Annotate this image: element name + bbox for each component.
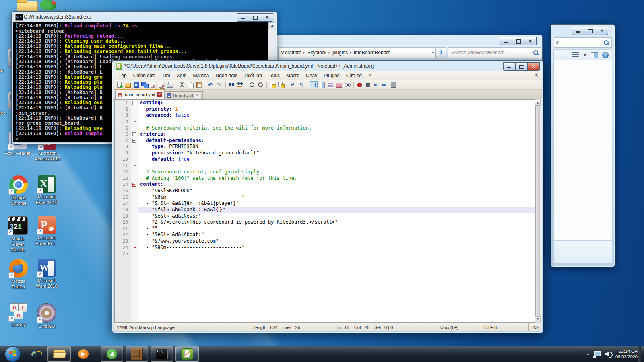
fold-collapse-icon[interactable] <box>131 100 138 106</box>
sync-v-icon[interactable] <box>269 81 277 88</box>
help-icon[interactable]: ? <box>602 52 609 58</box>
close-button[interactable]: × <box>528 62 540 71</box>
folder-workspace-icon[interactable] <box>335 81 343 88</box>
maximize-button[interactable] <box>516 62 528 71</box>
taskbar-button-coccoc-browser[interactable] <box>101 346 123 362</box>
editor-scrollbar[interactable]: ▲ ▼ <box>535 99 541 323</box>
cut-icon[interactable] <box>178 81 186 88</box>
breadcrumb-item[interactable]: v craftpro <box>280 50 303 56</box>
volume-icon[interactable] <box>604 350 612 358</box>
taskbar-button-command-prompt[interactable] <box>151 346 173 362</box>
editor-line-1[interactable]: 1setting: <box>115 100 535 106</box>
find-icon[interactable] <box>228 81 235 88</box>
minimize-button[interactable] <box>500 37 512 45</box>
menu-item[interactable]: Mã hóa <box>190 72 212 80</box>
menu-item[interactable]: Tools <box>265 72 283 80</box>
notepadpp-window[interactable]: *C:\Users\Admin\Downloads\Server1.8.8\pl… <box>112 60 543 333</box>
taskbar-button-internet-explorer[interactable] <box>29 347 42 361</box>
menu-item[interactable]: Tệp <box>115 72 130 80</box>
macro-record-icon[interactable] <box>356 81 363 88</box>
maximize-button[interactable] <box>249 13 261 22</box>
editor-line-22[interactable]: 22 - "&e&l» &d&lAbout:" <box>115 232 535 238</box>
editor-line-8[interactable]: 8 type: PERMISSION <box>115 144 535 150</box>
replace-icon[interactable] <box>236 81 244 88</box>
sync-h-icon[interactable] <box>277 81 285 88</box>
taskbar-button-windows-media-player[interactable] <box>76 347 90 361</box>
menu-item[interactable]: Xem <box>173 72 190 80</box>
breadcrumb-item[interactable]: InfoBoardReborn <box>353 50 392 56</box>
explorer-window-back[interactable]: × d ▼ ? <box>551 24 615 267</box>
menu-close-document[interactable]: X <box>535 71 538 79</box>
fold-collapse-icon[interactable] <box>131 138 138 144</box>
word-wrap-icon[interactable] <box>289 81 297 88</box>
menu-item[interactable]: Plugins <box>320 72 343 80</box>
desktop-icon-word[interactable]: ↗Microsoft Word 2010 <box>34 259 60 289</box>
show-desktop-button[interactable] <box>638 346 641 362</box>
editor-line-9[interactable]: 9 permission: "kiteboard.group.default" <box>115 150 535 156</box>
fold-collapse-icon[interactable] <box>131 131 138 138</box>
desktop-icon-chrome[interactable]: ↗Google Chrome <box>6 175 31 206</box>
doc-map-icon[interactable] <box>318 81 326 88</box>
minimize-button[interactable] <box>237 13 249 22</box>
editor-area[interactable]: 1setting:2 priority: 13 advanced: false4… <box>114 99 535 323</box>
editor-line-7[interactable]: 7 default-permissions: <box>115 138 535 144</box>
tab-close-icon[interactable]: × <box>157 92 162 97</box>
scroll-up-icon[interactable]: ▲ <box>268 22 275 29</box>
taskbar-button-minecraft[interactable] <box>126 346 148 362</box>
desktop-icon-ultraiso[interactable]: ↗UltraISO <box>34 303 60 329</box>
close-button[interactable]: × <box>524 37 537 45</box>
maximize-button[interactable] <box>512 37 524 45</box>
editor-line-20[interactable]: 20 - "2|&7<scroll>This scoreboard is pow… <box>115 219 535 226</box>
macro-run-icon[interactable] <box>381 81 389 88</box>
close-icon[interactable] <box>149 81 157 88</box>
editor-line-13[interactable]: 13 # Adding "100|" sets the refresh rate… <box>115 175 535 182</box>
undo-icon[interactable] <box>207 81 215 88</box>
editor-line-11[interactable]: 11 <box>115 162 535 169</box>
menu-item[interactable]: ? <box>365 72 374 80</box>
tab-Board.yml[interactable]: Board.yml× <box>165 91 203 99</box>
window-titlebar[interactable]: *C:\Users\Admin\Downloads\Server1.8.8\pl… <box>112 61 543 71</box>
desktop-icon-ppt[interactable]: ↗Microsoft PowerPoi... <box>34 216 60 246</box>
search-input[interactable]: Search InfoBoardReborn <box>448 47 541 58</box>
editor-line-17[interactable]: 17 - "&f&l⇔ &a&lŢên :&b&l{player}" <box>115 200 535 207</box>
zoom-out-icon[interactable] <box>257 81 264 88</box>
editor-line-15[interactable]: 15 - "&6&lSKYBLOCK" <box>115 188 535 194</box>
editor-line-16[interactable]: 16 - "&8&m--------------------------" <box>115 194 535 201</box>
monitor-icon[interactable] <box>344 81 351 88</box>
menu-item[interactable]: Ngôn ngữ <box>212 72 240 80</box>
menu-item[interactable]: Thiết lập <box>240 72 265 80</box>
editor-line-12[interactable]: 12 # Scoreboard content, configured simp… <box>115 169 535 175</box>
minimize-button[interactable] <box>503 62 516 71</box>
taskbar-clock[interactable]: 22:14 CH 08/03/2020 <box>615 348 638 360</box>
maximize-button[interactable] <box>584 27 596 35</box>
network-icon[interactable] <box>593 350 601 358</box>
minimize-button[interactable] <box>572 27 584 35</box>
desktop-icon-firefox[interactable]: ↗Mozilla Firefox <box>6 259 31 290</box>
save-all-icon[interactable] <box>141 81 149 88</box>
taskbar-button-windows-explorer[interactable] <box>47 346 71 362</box>
scroll-down-icon[interactable]: ▼ <box>535 316 541 322</box>
editor-line-2[interactable]: 2 priority: 1 <box>115 106 535 113</box>
editor-line-21[interactable]: 21 - "" <box>115 226 535 232</box>
desktop-icon-excel[interactable]: ↗Microsoft Excel 2010 <box>34 175 60 205</box>
status-insert-mode[interactable]: INS <box>528 323 542 331</box>
close-button[interactable]: × <box>261 13 273 22</box>
breadcrumb-item[interactable]: Skyblock <box>306 50 328 56</box>
taskbar-button-notepad-plus-plus[interactable] <box>175 346 199 362</box>
fold-collapse-icon[interactable] <box>131 181 138 188</box>
preview-pane-icon[interactable] <box>591 52 598 58</box>
search-input[interactable]: d <box>554 37 612 48</box>
desktop-icon-unikey[interactable]: uin↗UniKey <box>6 303 31 327</box>
search-icon[interactable] <box>603 39 609 46</box>
editor-line-3[interactable]: 3 advanced: false <box>115 112 535 119</box>
menu-item[interactable]: Cửa sổ <box>343 72 365 80</box>
taskbar-button-start[interactable] <box>5 347 20 361</box>
redo-icon[interactable] <box>216 81 223 88</box>
editor-line-24[interactable]: 24 - "&8&m--------------------------" <box>115 245 535 251</box>
editor-line-18[interactable]: 18 - "&f&l⇔ &b&lƦank : &a&l{}" <box>115 207 535 213</box>
editor-line-10[interactable]: 10 default: true <box>115 156 535 163</box>
scroll-up-icon[interactable]: ▲ <box>535 100 541 106</box>
chevron-down-icon[interactable]: ▼ <box>583 53 587 57</box>
desktop-icon-mpc[interactable]: ↗Media Player Classic <box>5 216 31 253</box>
editor-line-5[interactable]: 5 # Scoreboard criteria, see the wiki fo… <box>115 125 535 132</box>
